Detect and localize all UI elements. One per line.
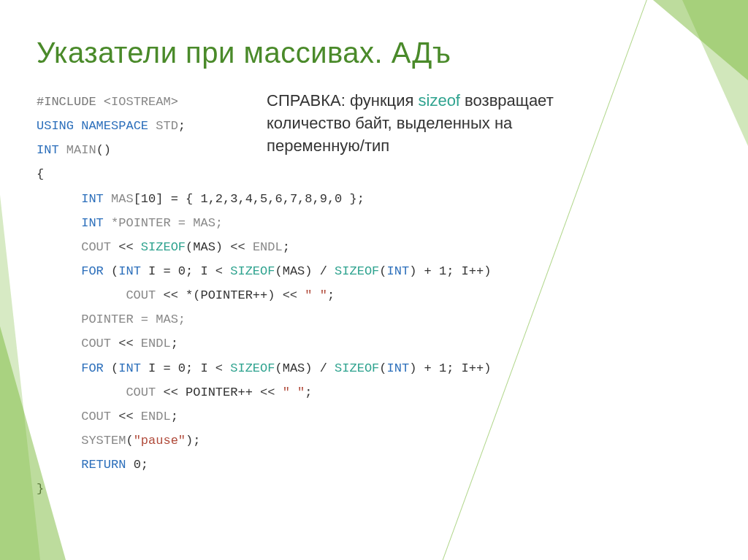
- code-token: MAIN: [66, 143, 96, 157]
- code-token: SIZEOF: [335, 361, 379, 375]
- code-token: ENDL: [141, 410, 171, 423]
- code-token: ENDL: [253, 240, 283, 254]
- code-token: RETURN: [81, 458, 126, 472]
- code-token: SIZEOF: [141, 240, 186, 254]
- code-token: {: [37, 167, 44, 181]
- code-token: STD: [156, 119, 178, 133]
- code-token: INT: [81, 216, 104, 230]
- code-token: MAS: [111, 192, 134, 206]
- code-token: NAMESPACE: [81, 119, 148, 133]
- code-token: SIZEOF: [335, 264, 379, 278]
- code-token: INT: [387, 264, 410, 278]
- code-token: INT: [118, 264, 141, 278]
- note-sizeof: sizeof: [419, 91, 460, 110]
- code-token: IOSTREAM: [111, 95, 171, 109]
- note-prefix: СПРАВКА: функция: [267, 91, 419, 110]
- code-token: FOR: [81, 264, 104, 278]
- code-token: COUT: [81, 337, 111, 350]
- code-token: COUT: [126, 288, 156, 302]
- slide: Указатели при массивах. АДъ СПРАВКА: фун…: [0, 0, 748, 560]
- code-token: FOR: [81, 361, 104, 375]
- code-token: *POINTER = MAS;: [111, 216, 223, 230]
- decoration-triangle: [0, 326, 66, 560]
- code-token: INT: [81, 192, 104, 206]
- code-token: = { 1,2,3,4,5,6,7,8,9,0 };: [171, 192, 365, 206]
- code-token: INT: [387, 361, 410, 375]
- code-token: INT: [118, 361, 141, 375]
- code-token: USING: [37, 119, 74, 133]
- code-token: COUT: [81, 240, 111, 254]
- decoration-triangle: [653, 0, 748, 80]
- code-token: COUT: [126, 386, 156, 399]
- code-token: SIZEOF: [230, 361, 275, 375]
- code-token: POINTER = MAS;: [81, 312, 186, 326]
- code-token: 10: [141, 192, 156, 206]
- code-token: COUT: [81, 410, 111, 423]
- code-token: "pause": [134, 434, 186, 448]
- slide-title: Указатели при массивах. АДъ: [37, 37, 711, 69]
- code-token: SYSTEM: [81, 434, 126, 448]
- code-token: SIZEOF: [230, 264, 275, 278]
- code-token: INT: [37, 143, 59, 157]
- code-token: #INCLUDE: [37, 95, 96, 109]
- code-token: ENDL: [141, 337, 171, 350]
- info-note: СПРАВКА: функция sizeof возвращает колич…: [267, 90, 603, 157]
